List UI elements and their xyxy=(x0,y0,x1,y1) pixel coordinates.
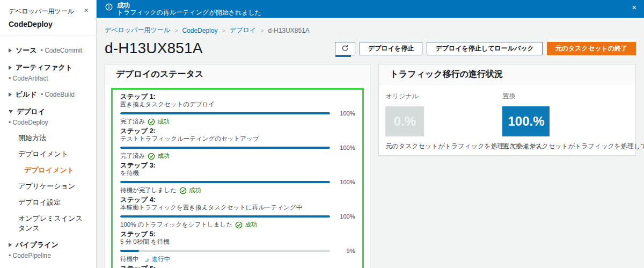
step-description: を待機 xyxy=(120,170,355,177)
success-check-icon xyxy=(148,118,155,126)
step-title: ステップ 6: xyxy=(120,265,355,268)
sidebar-item-applications[interactable]: アプリケーション xyxy=(0,178,96,194)
success-check-icon xyxy=(179,187,187,194)
step-title: ステップ 3: xyxy=(120,162,355,170)
step-status-text: 待機が完了しました xyxy=(120,186,177,194)
replacement-taskset-column: 置換 100.% 置き換えタスクセットがトラフィックを処理しています xyxy=(502,92,644,151)
breadcrumb-developer-tools[interactable]: デベロッパー用ツール xyxy=(105,26,170,35)
step-progress-bar xyxy=(120,250,330,252)
deploy-step-1: ステップ 1: 置き換えタスクセットのデプロイ 100% 完了済み xyxy=(120,93,355,126)
banner-close-icon[interactable]: × xyxy=(632,4,636,11)
sidebar-nav: ソース • CodeCommit アーティファクト • CodeArtifact… xyxy=(0,35,96,268)
traffic-progress-title: トラフィック移行の進行状況 xyxy=(379,64,635,84)
deploy-step-3: ステップ 3: を待機 100% 待機が完了しました xyxy=(120,162,355,194)
step-progress-bar xyxy=(120,215,330,218)
breadcrumb-separator: > xyxy=(222,27,225,34)
step-description: テストトラフィックルーティングのセットアップ xyxy=(120,135,355,142)
chevron-down-icon xyxy=(9,110,13,113)
step-progress-bar xyxy=(120,112,330,114)
step-title: ステップ 2: xyxy=(120,127,355,135)
step-result-label: 成功 xyxy=(157,118,170,126)
terminate-original-taskset-button[interactable]: 元のタスクセットの終了 xyxy=(547,42,636,55)
step-progress-percent: 100% xyxy=(336,144,355,151)
step-result-link[interactable]: 進行中 xyxy=(152,255,171,263)
step-description: 5 分 0秒間 を待機 xyxy=(120,238,355,245)
sidebar-service-name: CodeDeploy xyxy=(9,20,89,28)
step-description: 本稼働トラフィックを置き換えタスクセットに再ルーティング中 xyxy=(120,204,355,211)
chevron-right-icon xyxy=(9,243,12,247)
step-progress-bar xyxy=(120,147,330,149)
sidebar-item-label: ソース xyxy=(16,46,37,55)
chevron-right-icon xyxy=(9,92,12,97)
replacement-label: 置換 xyxy=(502,92,644,101)
success-check-icon xyxy=(148,153,155,160)
step-progress-percent: 100% xyxy=(336,110,355,117)
sidebar-item-service: • CodeBuild xyxy=(41,91,75,98)
step-progress-bar xyxy=(120,181,330,183)
content: デベロッパー用ツール > CodeDeploy > デプロイ > d-H13UX… xyxy=(97,18,644,268)
step-title: ステップ 4: xyxy=(120,196,355,204)
sidebar-item-deploy[interactable]: デプロイ • CodeDeploy xyxy=(0,103,96,130)
in-progress-spinner-icon xyxy=(144,258,149,262)
sidebar-close-icon[interactable]: × xyxy=(84,7,89,13)
sidebar: デベロッパー用ツール × CodeDeploy ソース • CodeCommit… xyxy=(0,0,97,268)
sidebar-item-service: • CodeDeploy xyxy=(9,119,48,126)
step-progress-percent: 100% xyxy=(336,213,355,220)
stop-and-rollback-button[interactable]: デプロイを停止してロールバック xyxy=(427,42,542,55)
success-banner: 成功 トラフィックの再ルーティングが開始されました × xyxy=(97,0,644,18)
chevron-right-icon xyxy=(9,66,12,70)
breadcrumb: デベロッパー用ツール > CodeDeploy > デプロイ > d-H13UX… xyxy=(105,26,636,35)
step-status-text: 100% のトラフィックをシフトしました xyxy=(120,221,232,229)
traffic-progress-card: トラフィック移行の進行状況 オリジナル 0.% 元のタスクセットがトラフィックを… xyxy=(378,64,636,156)
deploy-status-title: デプロイのステータス xyxy=(105,64,370,84)
info-icon xyxy=(105,3,113,11)
step-title: ステップ 1: xyxy=(120,93,355,101)
page-header: d-H13UX851A デプロイを停止 デプロイを停止してロールバック 元のタス… xyxy=(105,40,636,57)
refresh-button[interactable] xyxy=(335,42,355,55)
deploy-step-5: ステップ 5: 5 分 0秒間 を待機 9% 待機中 進行中 xyxy=(120,230,355,263)
breadcrumb-codedeploy[interactable]: CodeDeploy xyxy=(182,27,217,34)
deploy-step-2: ステップ 2: テストトラフィックルーティングのセットアップ 100% 完了済み xyxy=(120,127,355,160)
step-status-text: 待機中 xyxy=(120,255,139,263)
breadcrumb-deploy[interactable]: デプロイ xyxy=(230,26,256,35)
steps-highlight-box: ステップ 1: 置き換えタスクセットのデプロイ 100% 完了済み xyxy=(111,88,364,268)
sidebar-item-settings[interactable]: 設定 xyxy=(0,263,96,268)
sidebar-item-service: • CodePipeline xyxy=(9,252,51,259)
sidebar-item-deployments-selected[interactable]: デプロイメント xyxy=(0,162,96,178)
replacement-caption: 置き換えタスクセットがトラフィックを処理しています xyxy=(502,142,644,151)
sidebar-item-deploy-config[interactable]: デプロイ設定 xyxy=(0,194,96,211)
deploy-step-4: ステップ 4: 本稼働トラフィックを置き換えタスクセットに再ルーティング中 10… xyxy=(120,196,355,229)
replacement-traffic-percentage-box: 100.% xyxy=(502,106,550,136)
sidebar-item-label: ビルド xyxy=(16,90,37,99)
sidebar-item-onpremises[interactable]: オンプレミスインスタンス xyxy=(0,211,96,236)
sidebar-item-getting-started[interactable]: 開始方法 xyxy=(0,130,96,146)
sidebar-item-label: デプロイ xyxy=(17,107,45,117)
main-area: 成功 トラフィックの再ルーティングが開始されました × デベロッパー用ツール >… xyxy=(97,0,644,268)
refresh-icon xyxy=(341,45,349,52)
step-result-label: 成功 xyxy=(157,152,170,160)
step-result-label: 成功 xyxy=(189,186,201,194)
sidebar-item-service: • CodeCommit xyxy=(41,47,83,54)
page-title: d-H13UX851A xyxy=(105,40,203,57)
replacement-traffic-value: 100.% xyxy=(508,114,544,129)
deploy-status-card: デプロイのステータス ステップ 1: 置き換えタスクセットのデプロイ 100% xyxy=(105,64,370,268)
breadcrumb-separator: > xyxy=(260,27,264,34)
sidebar-tool-label: デベロッパー用ツール xyxy=(9,7,74,16)
step-status-text: 完了済み xyxy=(120,152,145,160)
sidebar-item-deployments[interactable]: デプロイメント xyxy=(0,146,96,162)
original-traffic-percentage-box: 0.% xyxy=(385,106,424,136)
step-progress-percent: 9% xyxy=(336,248,355,254)
sidebar-item-source[interactable]: ソース • CodeCommit xyxy=(0,42,96,59)
sidebar-item-label: パイプライン xyxy=(16,240,58,250)
sidebar-item-build[interactable]: ビルド • CodeBuild xyxy=(0,86,96,103)
deploy-step-6: ステップ 6: 元のタスクセットの終了 0% 未開始 進行中 xyxy=(120,265,355,268)
stop-deployment-button[interactable]: デプロイを停止 xyxy=(360,42,422,55)
panels: デプロイのステータス ステップ 1: 置き換えタスクセットのデプロイ 100% xyxy=(105,64,636,268)
step-result-label: 成功 xyxy=(245,221,257,229)
chevron-right-icon xyxy=(9,48,12,53)
sidebar-item-pipeline[interactable]: パイプライン • CodePipeline xyxy=(0,236,96,263)
success-check-icon xyxy=(235,221,243,229)
sidebar-item-artifact[interactable]: アーティファクト • CodeArtifact xyxy=(0,59,96,86)
sidebar-item-service: • CodeArtifact xyxy=(9,75,48,82)
sidebar-item-label: アーティファクト xyxy=(16,63,72,73)
